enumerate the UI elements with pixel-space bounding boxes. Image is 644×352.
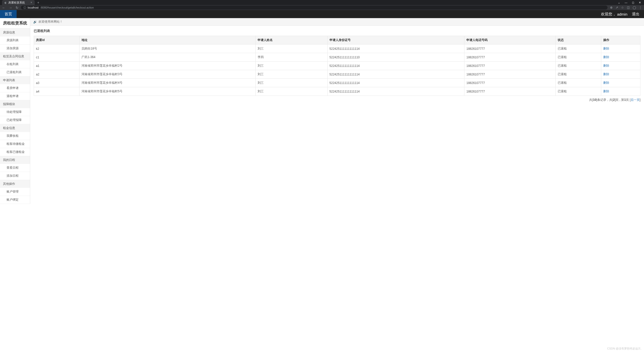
cell-idno: 522425111111111114 [327, 87, 464, 96]
cell-status: 已退租 [555, 53, 601, 62]
menu-item[interactable]: 我要收租 [0, 132, 30, 140]
window-controls: ⌄ — ◻ ✕ [618, 1, 644, 4]
delete-link[interactable]: 删除 [603, 64, 609, 67]
minimize-icon[interactable]: — [625, 1, 627, 4]
cell-addr: 河南省郑州市莲花乡幸福村2号 [79, 62, 256, 70]
menu-item[interactable]: 查看日程 [0, 164, 30, 172]
maximize-icon[interactable]: ◻ [632, 1, 634, 4]
cell-idno: 522425111111111114 [327, 79, 464, 87]
menu-item[interactable]: 已处理报障 [0, 116, 30, 124]
table-row: a4河南省郑州市莲花乡幸福村5号刘三5224251111111111141882… [34, 87, 640, 96]
main-content: 🔊 欢迎使用本网站！ 已退租列表 房屋id地址申请人姓名申请人身份证号申请人电话… [30, 18, 644, 204]
nav-right: 欢迎您， admin 退出 [601, 10, 644, 18]
cell-id: a4 [34, 87, 79, 96]
table-row: k2贝岗街18号刘三52242511111111111418826107777已… [34, 45, 640, 53]
cell-phone: 18826107777 [464, 45, 556, 53]
nav-icons: ← → ↻ [2, 6, 18, 10]
menu-item[interactable]: 账户管理 [0, 188, 30, 196]
column-header: 申请人电话号码 [464, 36, 556, 45]
current-page: 1 [624, 98, 626, 102]
column-header: 申请人身份证号 [327, 36, 464, 45]
menu-item[interactable]: 待处理报障 [0, 108, 30, 116]
column-header: 状态 [555, 36, 601, 45]
globe-icon: ◐ [5, 1, 7, 4]
table-row: a2河南省郑州市莲花乡幸福村3号刘三5224251111111111141882… [34, 70, 640, 79]
welcome-prefix: 欢迎您， [601, 12, 616, 17]
column-header: 操作 [601, 36, 640, 45]
reload-icon[interactable]: ↻ [16, 6, 18, 10]
menu-group[interactable]: 我的日程 [0, 156, 30, 164]
menu-item[interactable]: 看房申请 [0, 84, 30, 92]
menu-group[interactable]: 其他操作 [0, 180, 30, 188]
cell-phone: 18826107777 [464, 87, 556, 96]
column-header: 地址 [79, 36, 256, 45]
chevron-down-icon[interactable]: ⌄ [618, 1, 620, 4]
window-close-icon[interactable]: ✕ [639, 1, 641, 4]
menu-group[interactable]: 报障模块 [0, 100, 30, 108]
cell-id: a2 [34, 70, 79, 79]
announcement-bar: 🔊 欢迎使用本网站！ [30, 18, 644, 26]
delete-link[interactable]: 删除 [603, 55, 609, 59]
menu-item[interactable]: 添加房源 [0, 45, 30, 53]
cell-status: 已退租 [555, 45, 601, 53]
profile-icon[interactable]: ◯ [633, 6, 636, 9]
back-icon[interactable]: ← [2, 6, 5, 10]
cell-idno: 522425111111111114 [327, 70, 464, 79]
cell-name: 刘三 [256, 62, 327, 70]
delete-link[interactable]: 删除 [603, 47, 609, 50]
menu-item[interactable]: 在租列表 [0, 60, 30, 68]
checkout-table: 房屋id地址申请人姓名申请人身份证号申请人电话号码状态操作 k2贝岗街18号刘三… [34, 36, 640, 96]
pagination: 共[10]条记录，共[2]页 , 第1页 [后一页] [34, 98, 640, 102]
close-icon[interactable]: × [30, 1, 32, 4]
menu-item[interactable]: 租客待缴租金 [0, 140, 30, 148]
zoom-icon[interactable]: ⊕ [610, 6, 613, 9]
cell-id: c1 [34, 53, 79, 62]
delete-link[interactable]: 删除 [603, 90, 609, 93]
menu-group[interactable]: 租金信息 [0, 124, 30, 132]
sidebar: 房租租赁系统 房源信息房源列表添加房源租赁及合同信息在租列表已退租列表申请列表看… [0, 18, 30, 204]
menu-item[interactable]: 租客已缴租金 [0, 148, 30, 156]
cell-phone: 18826107777 [464, 62, 556, 70]
nav-home[interactable]: 首页 [0, 10, 17, 18]
cell-name: 刘三 [256, 45, 327, 53]
cell-idno: 522425111111111110 [327, 53, 464, 62]
speaker-icon: 🔊 [33, 20, 37, 24]
cell-status: 已退租 [555, 79, 601, 87]
total-pages: 2 [613, 98, 615, 102]
delete-link[interactable]: 删除 [603, 81, 609, 84]
next-page-link[interactable]: 后一页 [631, 98, 640, 102]
logout-link[interactable]: 退出 [632, 12, 639, 17]
url-path: :8080/house/checkout/getallcheckout.acti… [40, 6, 94, 9]
delete-link[interactable]: 删除 [603, 72, 609, 76]
column-header: 房屋id [34, 36, 79, 45]
cell-addr: 河南省郑州市莲花乡幸福村4号 [79, 79, 256, 87]
menu-item[interactable]: 添加日程 [0, 172, 30, 180]
star-icon[interactable]: ☆ [621, 6, 624, 9]
browser-right-icons: ⊕ ↗ ☆ ◫ ◯ ⋮ [610, 6, 642, 9]
share-icon[interactable]: ↗ [616, 6, 618, 9]
menu-item[interactable]: 已退租列表 [0, 68, 30, 76]
cell-status: 已退租 [555, 87, 601, 96]
brand-title: 房租租赁系统 [0, 18, 30, 29]
table-row: c1广药1-364李四52242511111111111018826107777… [34, 53, 640, 62]
browser-tab[interactable]: ◐ 房屋租赁系统 × [2, 0, 35, 5]
browser-tab-bar: ◐ 房屋租赁系统 × + ⌄ — ◻ ✕ [0, 0, 644, 5]
extensions-icon[interactable]: ◫ [627, 6, 630, 9]
menu-group[interactable]: 申请列表 [0, 76, 30, 84]
menu-icon[interactable]: ⋮ [639, 6, 642, 9]
tab-title: 房屋租赁系统 [8, 1, 25, 5]
forward-icon[interactable]: → [9, 6, 12, 10]
url-input[interactable]: ⓘ localhost:8080/house/checkout/getallch… [21, 6, 608, 10]
menu-item[interactable]: 房源列表 [0, 36, 30, 45]
app-navbar: 首页 欢迎您， admin 退出 [0, 10, 644, 18]
browser-address-bar: ← → ↻ ⓘ localhost:8080/house/checkout/ge… [0, 5, 644, 10]
cell-status: 已退租 [555, 70, 601, 79]
cell-name: 刘三 [256, 70, 327, 79]
new-tab-button[interactable]: + [35, 1, 42, 5]
table-row: a3河南省郑州市莲花乡幸福村4号刘三5224251111111111141882… [34, 79, 640, 87]
menu-group[interactable]: 租赁及合同信息 [0, 53, 30, 60]
cell-phone: 18826107777 [464, 70, 556, 79]
menu-group[interactable]: 房源信息 [0, 29, 30, 36]
menu-item[interactable]: 退租申请 [0, 92, 30, 100]
menu-item[interactable]: 账户绑定 [0, 196, 30, 204]
